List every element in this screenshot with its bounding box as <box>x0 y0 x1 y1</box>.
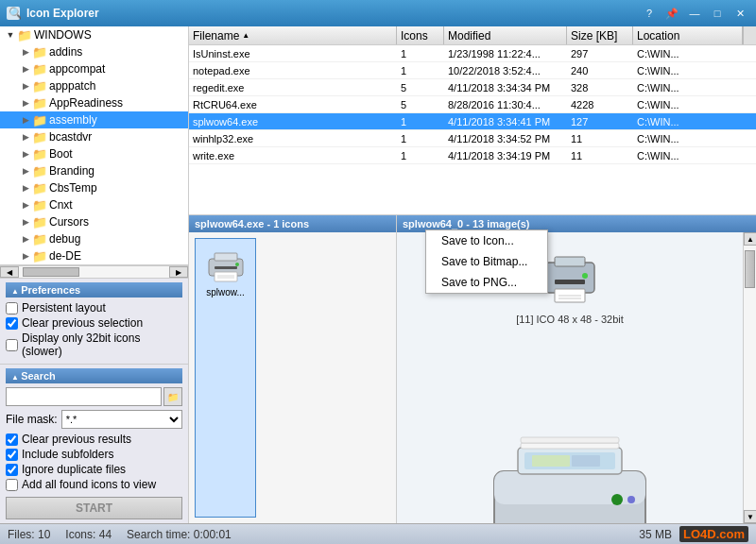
expand-icon[interactable]: ▶ <box>19 215 32 229</box>
tree-view[interactable]: ▼ 📁 WINDOWS ▶ 📁 addins ▶ 📁 appcompat ▶ <box>0 26 188 265</box>
tree-root[interactable]: ▼ 📁 WINDOWS <box>0 26 188 43</box>
large-preview-content[interactable]: [11] ICO 48 x 48 - 32bit Save to Icon...… <box>397 232 743 523</box>
tree-item-bcastdvr[interactable]: ▶ 📁 bcastdvr <box>0 128 188 145</box>
expand-icon[interactable]: ▶ <box>19 45 32 59</box>
list-item[interactable]: splwow... <box>195 238 256 518</box>
tree-item-boot[interactable]: ▶ 📁 Boot <box>0 145 188 162</box>
scroll-left-btn[interactable]: ◀ <box>0 266 19 278</box>
tree-item-cnxt[interactable]: ▶ 📁 Cnxt <box>0 196 188 213</box>
search-option-clear[interactable]: Clear previous results <box>6 433 182 446</box>
maximize-button[interactable]: □ <box>707 4 728 23</box>
folder-icon: 📁 <box>17 28 32 42</box>
tree-item-branding[interactable]: ▶ 📁 Branding <box>0 162 188 179</box>
file-mask-select[interactable]: *.* *.exe *.dll *.ico <box>61 410 182 429</box>
col-header-icons[interactable]: Icons <box>397 26 444 44</box>
pin-button[interactable]: 📌 <box>662 4 682 23</box>
tree-item-assembly[interactable]: ▶ 📁 assembly <box>0 111 188 128</box>
context-menu-item-save-icon[interactable]: Save to Icon... <box>426 232 547 251</box>
scroll-track[interactable] <box>744 246 756 510</box>
preference-32bit-icons[interactable]: Display only 32bit icons (slower) <box>6 332 182 358</box>
table-row[interactable]: IsUninst.exe 1 1/23/1998 11:22:4... 297 … <box>189 45 756 62</box>
context-menu: Save to Icon... Save to Bitmap... Save t… <box>425 232 548 294</box>
tree-item-label: AppReadiness <box>49 96 123 110</box>
search-option-duplicates[interactable]: Ignore duplicate files <box>6 463 182 476</box>
expand-icon[interactable]: ▶ <box>19 198 32 212</box>
table-row[interactable]: splwow64.exe 1 4/11/2018 3:34:41 PM 127 … <box>189 113 756 130</box>
cell-location: C:\WIN... <box>633 48 756 60</box>
start-button[interactable]: START <box>6 497 182 519</box>
cell-size: 11 <box>567 133 633 144</box>
expand-icon[interactable]: ▶ <box>19 181 32 195</box>
context-menu-item-save-png[interactable]: Save to PNG... <box>426 272 547 293</box>
cell-filename: regedit.exe <box>189 82 397 94</box>
tree-item-cursors[interactable]: ▶ 📁 Cursors <box>0 213 188 230</box>
context-menu-item-save-bitmap[interactable]: Save to Bitmap... <box>426 251 547 272</box>
expand-icon[interactable]: ▶ <box>19 62 32 76</box>
clear-results-checkbox[interactable] <box>6 434 18 446</box>
preferences-header[interactable]: Preferences <box>6 282 182 298</box>
status-icons: Icons: 44 <box>65 528 112 541</box>
expand-icon[interactable]: ▶ <box>19 164 32 178</box>
browse-button[interactable]: 📁 <box>163 387 182 406</box>
scroll-thumb[interactable] <box>745 250 755 288</box>
tree-item-apppatch[interactable]: ▶ 📁 apppatch <box>0 77 188 94</box>
expand-icon[interactable]: ▶ <box>19 232 32 246</box>
preview-scrollbar[interactable]: ▲ ▼ <box>743 232 756 523</box>
search-option-add-all[interactable]: Add all found icons to view <box>6 478 182 491</box>
lo4d-logo: LO4D.com <box>679 526 748 542</box>
expand-icon[interactable]: ▶ <box>19 147 32 161</box>
tree-item-debug[interactable]: ▶ 📁 debug <box>0 230 188 247</box>
cell-icons: 1 <box>397 65 444 76</box>
expand-icon[interactable]: ▶ <box>19 130 32 144</box>
ignore-duplicates-checkbox[interactable] <box>6 464 18 476</box>
file-list-body[interactable]: IsUninst.exe 1 1/23/1998 11:22:4... 297 … <box>189 45 756 214</box>
tree-item-cbstemp[interactable]: ▶ 📁 CbsTemp <box>0 179 188 196</box>
table-row[interactable]: winhlp32.exe 1 4/11/2018 3:34:52 PM 11 C… <box>189 130 756 147</box>
add-all-checkbox[interactable] <box>6 479 18 491</box>
col-header-modified[interactable]: Modified <box>444 26 567 44</box>
col-header-size[interactable]: Size [KB] <box>567 26 633 44</box>
search-input[interactable] <box>6 387 162 406</box>
folder-icon: 📁 <box>32 130 47 144</box>
close-button[interactable]: ✕ <box>730 4 750 23</box>
table-row[interactable]: RtCRU64.exe 5 8/28/2016 11:30:4... 4228 … <box>189 96 756 113</box>
file-mask-row: File mask: *.* *.exe *.dll *.ico <box>6 410 182 429</box>
icon-grid[interactable]: splwow... <box>189 232 396 523</box>
32bit-icons-checkbox[interactable] <box>6 339 18 351</box>
expand-icon[interactable]: ▶ <box>19 96 32 110</box>
h-scrollbar[interactable]: ◀ ▶ <box>0 265 188 279</box>
folder-icon: 📁 <box>32 79 47 94</box>
scroll-down-button[interactable]: ▼ <box>744 510 756 523</box>
preference-persistent-layout[interactable]: Persistent layout <box>6 301 182 314</box>
tree-item-appcompat[interactable]: ▶ 📁 appcompat <box>0 60 188 77</box>
search-header[interactable]: Search <box>6 368 182 383</box>
help-button[interactable]: ? <box>639 4 660 23</box>
expand-icon[interactable]: ▶ <box>19 113 32 127</box>
scroll-up-button[interactable]: ▲ <box>744 232 756 246</box>
col-header-filename[interactable]: Filename ▲ <box>189 26 397 44</box>
scroll-right-btn[interactable]: ▶ <box>169 266 188 278</box>
expand-icon[interactable]: ▼ <box>4 28 17 42</box>
preference-clear-selection[interactable]: Clear previous selection <box>6 316 182 330</box>
search-option-subfolders[interactable]: Include subfolders <box>6 448 182 461</box>
cell-icons: 1 <box>397 150 444 162</box>
svg-rect-4 <box>215 272 237 281</box>
clear-selection-checkbox[interactable] <box>6 317 18 330</box>
h-scroll-thumb[interactable] <box>23 267 79 277</box>
table-row[interactable]: regedit.exe 5 4/11/2018 3:34:34 PM 328 C… <box>189 79 756 96</box>
expand-icon[interactable]: ▶ <box>19 249 32 263</box>
tree-item-dede[interactable]: ▶ 📁 de-DE <box>0 247 188 264</box>
include-subfolders-checkbox[interactable] <box>6 449 18 461</box>
minimize-button[interactable]: — <box>684 4 705 23</box>
folder-icon: 📁 <box>32 147 47 162</box>
persistent-layout-checkbox[interactable] <box>6 302 18 314</box>
expand-icon[interactable]: ▶ <box>19 79 32 93</box>
tree-item-addins[interactable]: ▶ 📁 addins <box>0 43 188 60</box>
col-header-location[interactable]: Location <box>633 26 743 44</box>
table-row[interactable]: notepad.exe 1 10/22/2018 3:52:4... 240 C… <box>189 62 756 79</box>
tree-item-appreadiness[interactable]: ▶ 📁 AppReadiness <box>0 94 188 111</box>
preview-png-area: [12] PNG 256 x 256 - 32bit <box>475 410 664 523</box>
table-row[interactable]: write.exe 1 4/11/2018 3:34:19 PM 11 C:\W… <box>189 147 756 164</box>
preview-icon-ico <box>541 251 598 308</box>
cell-location: C:\WIN... <box>633 99 756 110</box>
